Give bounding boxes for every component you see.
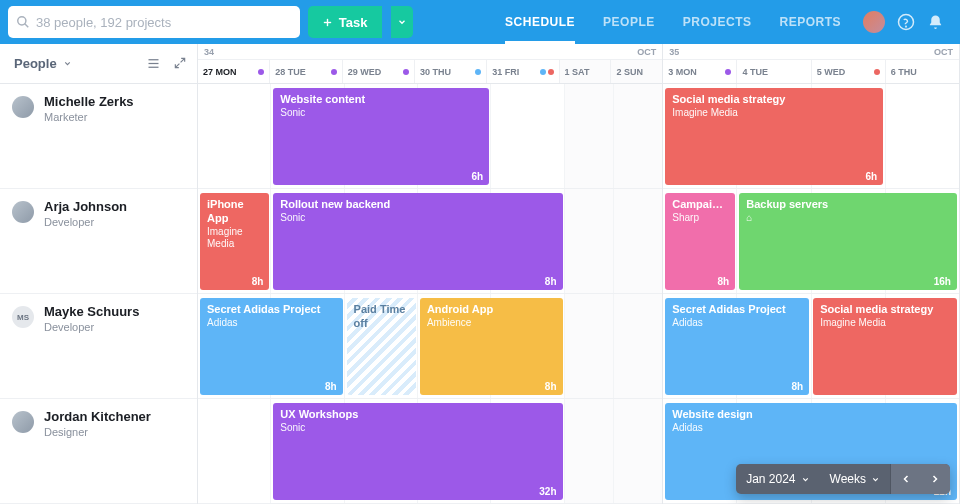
day-dots	[258, 69, 264, 75]
day-header[interactable]: 28 TUE	[270, 60, 342, 83]
svg-line-1	[25, 24, 29, 28]
task-block[interactable]: iPhone AppImagine Media8h	[200, 193, 269, 290]
expand-icon[interactable]	[173, 56, 187, 70]
day-dots	[475, 69, 481, 75]
search-box[interactable]	[8, 6, 300, 38]
task-title: Secret Adidas Project	[207, 303, 336, 317]
add-task-button[interactable]: Task	[308, 6, 382, 38]
day-header[interactable]: 29 WED	[343, 60, 415, 83]
task-title: Social media strategy	[820, 303, 950, 317]
bell-icon[interactable]	[927, 14, 944, 31]
timeline: Website contentSonic6hiPhone AppImagine …	[198, 84, 960, 504]
person-row[interactable]: Arja JohnsonDeveloper	[0, 189, 197, 294]
unit-label: Weeks	[830, 472, 866, 486]
status-dot	[874, 69, 880, 75]
task-block[interactable]: UX WorkshopsSonic32h	[273, 403, 562, 500]
status-dot	[548, 69, 554, 75]
task-block[interactable]: Paid Time off	[347, 298, 416, 395]
status-dot	[331, 69, 337, 75]
task-hours: 8h	[545, 381, 557, 392]
help-icon[interactable]	[897, 13, 915, 31]
main-nav: SCHEDULE PEOPLE PROJECTS REPORTS	[491, 0, 855, 44]
task-block[interactable]: Android AppAmbience8h	[420, 298, 563, 395]
chevron-down-icon	[801, 475, 810, 484]
month-label: OCT	[637, 47, 656, 57]
day-label: 27 MON	[203, 67, 237, 77]
day-label: 2 SUN	[616, 67, 643, 77]
task-title: Social media strategy	[672, 93, 876, 107]
person-avatar: MS	[12, 306, 34, 328]
unit-selector[interactable]: Weeks	[820, 464, 890, 494]
corner-controls: People	[0, 44, 198, 83]
nav-people[interactable]: PEOPLE	[589, 0, 669, 44]
group-by-dropdown[interactable]: People	[14, 56, 72, 71]
week-number: 35	[669, 47, 679, 57]
people-column: Michelle ZerksMarketerArja JohnsonDevelo…	[0, 84, 198, 504]
task-block[interactable]: Rollout new backendSonic8h	[273, 193, 562, 290]
task-hours: 6h	[865, 171, 877, 182]
day-header[interactable]: 3 MON	[663, 60, 737, 83]
person-role: Designer	[44, 426, 151, 438]
task-block[interactable]: Campai…Sharp8h	[665, 193, 735, 290]
list-icon[interactable]	[146, 56, 161, 71]
person-row[interactable]: Michelle ZerksMarketer	[0, 84, 197, 189]
person-name: Arja Johnson	[44, 199, 127, 216]
day-header[interactable]: 2 SUN	[611, 60, 662, 83]
day-label: 28 TUE	[275, 67, 306, 77]
top-bar: Task SCHEDULE PEOPLE PROJECTS REPORTS	[0, 0, 960, 44]
week-header-35: 35OCT 3 MON4 TUE5 WED6 THU	[663, 44, 960, 83]
status-dot	[403, 69, 409, 75]
task-dropdown-button[interactable]	[391, 6, 414, 38]
day-header[interactable]: 5 WED	[812, 60, 886, 83]
task-button-label: Task	[339, 15, 368, 30]
next-button[interactable]	[920, 464, 950, 494]
period-selector[interactable]: Jan 2024	[736, 464, 819, 494]
week-34-body[interactable]: Website contentSonic6hiPhone AppImagine …	[198, 84, 663, 504]
task-title: Campai…	[672, 198, 728, 212]
task-project: Adidas	[672, 317, 802, 330]
person-avatar	[12, 96, 34, 118]
person-row[interactable]: Jordan KitchenerDesigner	[0, 399, 197, 504]
person-role: Marketer	[44, 111, 134, 123]
week-number: 34	[204, 47, 214, 57]
chevron-down-icon	[63, 59, 72, 68]
search-input[interactable]	[36, 15, 292, 30]
task-project: Imagine Media	[672, 107, 876, 120]
person-avatar	[12, 201, 34, 223]
week-35-body[interactable]: Social media strategyImagine Media6hCamp…	[663, 84, 960, 504]
task-block[interactable]: Secret Adidas ProjectAdidas8h	[200, 298, 343, 395]
task-project: Ambience	[427, 317, 556, 330]
person-role: Developer	[44, 216, 127, 228]
task-block[interactable]: Website contentSonic6h	[273, 88, 489, 185]
nav-projects[interactable]: PROJECTS	[669, 0, 766, 44]
task-project: Sonic	[280, 422, 555, 435]
task-title: Backup servers	[746, 198, 950, 212]
task-block[interactable]: Secret Adidas ProjectAdidas8h	[665, 298, 809, 395]
group-by-label: People	[14, 56, 57, 71]
day-header[interactable]: 27 MON	[198, 60, 270, 83]
user-avatar[interactable]	[863, 11, 885, 33]
nav-schedule[interactable]: SCHEDULE	[491, 0, 589, 44]
task-title: iPhone App	[207, 198, 262, 226]
day-header[interactable]: 4 TUE	[737, 60, 811, 83]
task-block[interactable]: Social media strategyImagine Media	[813, 298, 957, 395]
nav-reports[interactable]: REPORTS	[765, 0, 855, 44]
svg-point-0	[18, 17, 26, 25]
task-block[interactable]: Backup servers⌂16h	[739, 193, 957, 290]
day-header[interactable]: 6 THU	[886, 60, 959, 83]
day-dots	[725, 69, 731, 75]
day-label: 4 TUE	[742, 67, 768, 77]
day-dots	[403, 69, 409, 75]
person-row[interactable]: MSMayke SchuursDeveloper	[0, 294, 197, 399]
day-label: 29 WED	[348, 67, 382, 77]
task-project: Adidas	[672, 422, 950, 435]
status-dot	[540, 69, 546, 75]
day-header[interactable]: 1 SAT	[560, 60, 612, 83]
task-block[interactable]: Social media strategyImagine Media6h	[665, 88, 883, 185]
status-dot	[725, 69, 731, 75]
day-header[interactable]: 30 THU	[415, 60, 487, 83]
day-header[interactable]: 31 FRI	[487, 60, 559, 83]
topbar-right	[863, 11, 952, 33]
prev-button[interactable]	[890, 464, 920, 494]
task-hours: 8h	[545, 276, 557, 287]
